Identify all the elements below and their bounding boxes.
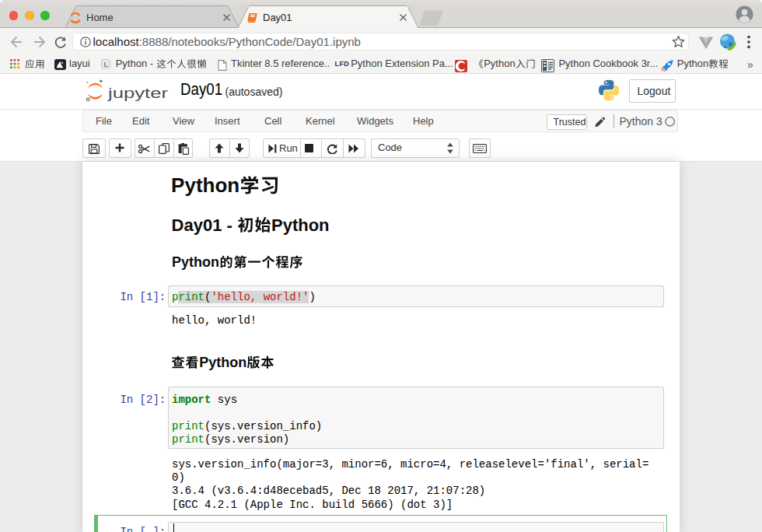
svg-text:jupyter: jupyter [107,86,169,101]
